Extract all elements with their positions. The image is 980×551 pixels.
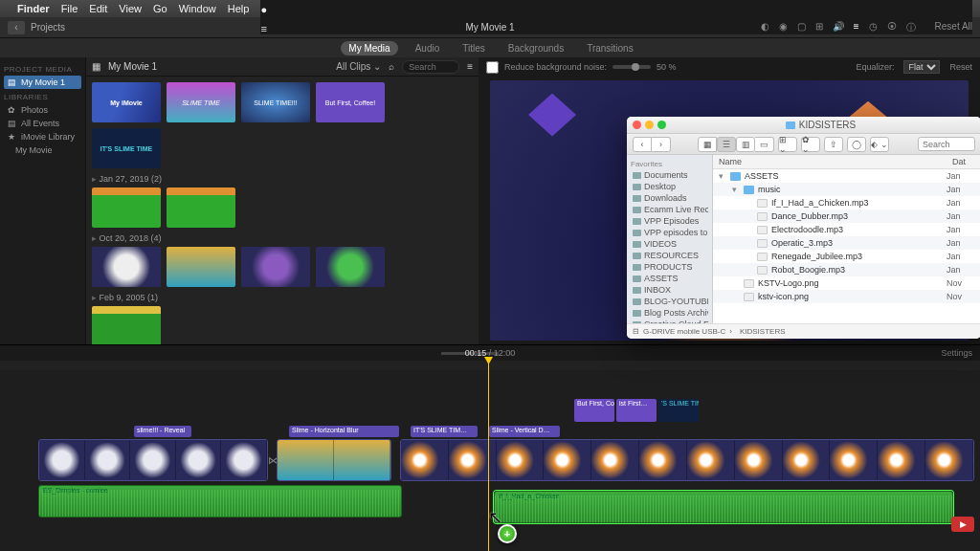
sidebar-item[interactable]: RESOURCES: [631, 250, 708, 261]
title-clip[interactable]: IT'S SLIME TIME: [92, 128, 161, 168]
tab-titles[interactable]: Titles: [457, 41, 491, 55]
video-clip[interactable]: [167, 247, 235, 287]
finder-search[interactable]: [918, 137, 975, 151]
finder-file-list[interactable]: NameDat ▾ASSETSJan▾musicJanIf_I_Had_a_Ch…: [713, 155, 980, 323]
audio-clip[interactable]: ES_Dimples - oomiee: [38, 485, 402, 518]
column-headers[interactable]: NameDat: [713, 155, 980, 169]
reset-all-button[interactable]: Reset All: [935, 21, 972, 34]
connected-clip[interactable]: But First, Coffee!: [574, 399, 614, 422]
search-input[interactable]: [402, 60, 459, 74]
finder-titlebar[interactable]: KIDSISTERS: [627, 117, 980, 134]
tab-backgrounds[interactable]: Backgrounds: [502, 41, 569, 55]
title-clip[interactable]: SLIME TIME!!!: [241, 82, 310, 122]
title-clip[interactable]: slime!!! - Reveal: [134, 426, 191, 437]
clips-filter[interactable]: All Clips ⌄: [336, 61, 381, 72]
noise-slider[interactable]: [612, 65, 651, 69]
list-view[interactable]: ☰: [717, 137, 736, 152]
title-clip[interactable]: IT'S SLIME TIM…: [411, 426, 478, 437]
forward-button[interactable]: ›: [652, 137, 671, 152]
menubar-app[interactable]: Finder: [17, 3, 50, 14]
sidebar-all-events[interactable]: ▤All Events: [4, 117, 81, 130]
tab-transitions[interactable]: Transitions: [581, 41, 639, 55]
sidebar-item[interactable]: INBOX: [631, 284, 708, 296]
sidebar-my-movie[interactable]: My Movie: [4, 143, 81, 157]
file-row[interactable]: Renegade_Jubilee.mp3Jan: [713, 250, 980, 263]
sidebar-item[interactable]: BLOG-YOUTUBE: [631, 296, 708, 307]
tab-my-media[interactable]: My Media: [341, 41, 397, 55]
video-clip[interactable]: [92, 247, 161, 287]
menu-edit[interactable]: Edit: [89, 3, 107, 14]
speed-icon[interactable]: ◷: [869, 21, 878, 34]
noise-icon[interactable]: ≡: [854, 21, 859, 34]
status-icon[interactable]: ●: [260, 4, 972, 15]
timeline-settings[interactable]: Settings: [941, 348, 972, 358]
video-clip[interactable]: [92, 187, 161, 228]
sidebar-item[interactable]: Documents: [631, 169, 708, 181]
column-view[interactable]: ▥: [736, 137, 755, 152]
menu-help[interactable]: Help: [228, 3, 250, 14]
menu-go[interactable]: Go: [153, 3, 167, 14]
file-row[interactable]: ▾musicJan: [713, 183, 980, 196]
file-row[interactable]: Dance_Dubber.mp3Jan: [713, 209, 980, 223]
play-button[interactable]: ▶: [951, 517, 974, 532]
file-row[interactable]: ▾ASSETSJan: [713, 169, 980, 183]
share-button[interactable]: ⇧: [824, 137, 843, 152]
browser-body[interactable]: My iMovie SLIME TIME SLIME TIME!!! But F…: [86, 77, 479, 344]
back-button[interactable]: ‹: [8, 21, 25, 34]
title-clip[interactable]: But First, Coffee!: [316, 82, 385, 122]
gallery-view[interactable]: ▭: [755, 137, 774, 152]
arrange-button[interactable]: ⊞ ⌄: [778, 137, 797, 152]
list-view-icon[interactable]: ≡: [467, 61, 473, 72]
sidebar-item[interactable]: VPP episodes to pu…: [631, 227, 708, 238]
sidebar-item[interactable]: Blog Posts Archive…: [631, 307, 708, 319]
connected-clip[interactable]: ist First…: [616, 399, 657, 422]
sideba-photos[interactable]: ✿Photos: [4, 103, 81, 117]
crop-icon[interactable]: ▢: [797, 21, 806, 34]
sidebar-item[interactable]: VPP Episodes: [631, 215, 708, 227]
minimize-icon[interactable]: [645, 121, 654, 129]
title-clip[interactable]: My iMovie: [92, 82, 161, 122]
title-clip[interactable]: SLIME TIME: [167, 82, 235, 122]
eq-select[interactable]: Flat: [903, 60, 940, 74]
title-clip[interactable]: Slime - Vertical D…: [489, 426, 560, 437]
noise-checkbox[interactable]: [486, 61, 499, 74]
audio-clip-dragging[interactable]: If_I_Had_a_Chicken: [494, 491, 953, 523]
color-balance-icon[interactable]: ◐: [761, 21, 769, 34]
timeline-ruler[interactable]: [0, 361, 980, 370]
menu-window[interactable]: Window: [179, 3, 216, 14]
file-row[interactable]: Robot_Boogie.mp3Jan: [713, 263, 980, 276]
video-clip[interactable]: [400, 439, 974, 481]
grid-icon[interactable]: ▦: [92, 61, 100, 72]
menu-file[interactable]: File: [61, 3, 78, 14]
video-clip[interactable]: [167, 187, 235, 228]
file-row[interactable]: Electrodoodle.mp3Jan: [713, 223, 980, 236]
menu-view[interactable]: View: [119, 3, 142, 14]
file-row[interactable]: kstv-icon.pngNov: [713, 290, 980, 303]
filter-icon[interactable]: ⦿: [887, 21, 897, 34]
file-row[interactable]: If_I_Had_a_Chicken.mp3Jan: [713, 196, 980, 209]
date-header[interactable]: Jan 27, 2019 (2): [92, 174, 473, 184]
video-clip[interactable]: [241, 247, 310, 287]
tab-audio[interactable]: Audio: [410, 41, 446, 55]
file-row[interactable]: Operatic_3.mp3Jan: [713, 236, 980, 250]
disclosure-icon[interactable]: ▾: [732, 185, 740, 194]
transition-icon[interactable]: ⋈: [269, 439, 277, 481]
title-clip[interactable]: Slime - Horizontal Blur: [289, 426, 399, 437]
sidebar-item[interactable]: Ecamm Live Record…: [631, 204, 708, 215]
tags-button[interactable]: ◯: [847, 137, 866, 152]
stabilize-icon[interactable]: ⊞: [815, 21, 823, 34]
volume-icon[interactable]: 🔊: [833, 21, 844, 34]
sidebar-item[interactable]: Desktop: [631, 181, 708, 192]
sidebar-item[interactable]: PRODUCTS: [631, 261, 708, 273]
video-clip[interactable]: [316, 247, 385, 287]
sidebar-imovie-library[interactable]: ★iMovie Library: [4, 130, 81, 143]
close-icon[interactable]: [633, 121, 641, 129]
action-button[interactable]: ✿ ⌄: [801, 137, 820, 152]
video-clip[interactable]: [38, 439, 268, 481]
sidebar-item[interactable]: ASSETS: [631, 273, 708, 284]
info-icon[interactable]: ⓘ: [906, 21, 916, 34]
color-correct-icon[interactable]: ◉: [779, 21, 788, 34]
sidebar-item[interactable]: VIDEOS: [631, 238, 708, 250]
video-clip[interactable]: [277, 439, 391, 481]
connected-clip[interactable]: 'S SLIME TIME: [658, 399, 699, 422]
